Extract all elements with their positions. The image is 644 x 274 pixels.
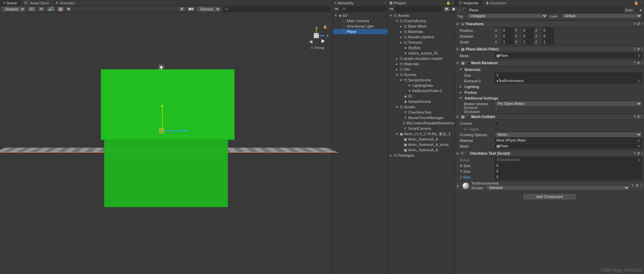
preset-icon[interactable]: ⇵ — [636, 184, 639, 188]
scene-visibility-icon[interactable]: ▾ — [66, 6, 72, 12]
transform-header[interactable]: ▾ ⇲ Transform ? ⇵ ⁝ — [455, 21, 644, 27]
help-icon[interactable]: ? — [634, 47, 636, 51]
materials-size-field[interactable] — [495, 73, 642, 78]
project-item[interactable]: ▸🗀graph-visualizer-master — [388, 56, 455, 61]
materials-element0-field[interactable]: ● TestEnvironment⊙ — [495, 78, 642, 83]
lock-icon[interactable]: 🔒 — [323, 25, 327, 29]
tab-occlusion[interactable]: ◑Occlusion — [482, 0, 510, 6]
lighting-toggle-icon[interactable]: ☀ — [38, 6, 45, 12]
collider-enabled-checkbox[interactable] — [466, 115, 470, 119]
audio-toggle-icon[interactable]: 🔊 — [46, 6, 55, 12]
create-dropdown-icon[interactable]: +▾ — [389, 7, 393, 11]
xsize-field[interactable] — [495, 163, 642, 168]
hierarchy-scene-row[interactable]: ▾ ◈ 01* — [333, 13, 388, 18]
gizmo-origin-icon[interactable] — [159, 128, 164, 133]
project-item[interactable]: ◈01 — [388, 93, 455, 99]
chevron-down-icon[interactable]: ▾ — [456, 61, 460, 65]
context-menu-icon[interactable]: ⁝ — [641, 22, 643, 26]
perspective-label[interactable]: ≺ Persp — [311, 46, 324, 50]
scale-y-field[interactable] — [522, 39, 534, 44]
chevron-down-icon[interactable]: ▾ — [399, 78, 403, 82]
help-icon[interactable]: ? — [632, 184, 634, 188]
project-item[interactable]: ▾🗀Scenes — [388, 72, 455, 77]
transform-gizmo[interactable] — [158, 103, 185, 133]
create-dropdown-icon[interactable]: +▾ — [334, 7, 338, 11]
help-icon[interactable]: ? — [634, 22, 636, 26]
chevron-down-icon[interactable]: ▾ — [456, 22, 460, 26]
active-checkbox[interactable] — [462, 8, 466, 12]
panel-menu-icon[interactable]: ⁝ — [640, 0, 644, 6]
chevron-right-icon[interactable]: ▸ — [395, 67, 399, 72]
project-search-input[interactable] — [395, 7, 442, 11]
project-item[interactable]: #MouseTouchManager — [388, 115, 455, 120]
context-menu-icon[interactable]: ⁝ — [641, 151, 643, 156]
project-item[interactable]: ▸🗀Materials — [388, 61, 455, 67]
tab-animator[interactable]: ⊳Animator — [52, 0, 78, 6]
position-z-field[interactable] — [542, 28, 554, 33]
lock-icon[interactable]: 🔒 — [633, 0, 640, 6]
scale-x-field[interactable] — [502, 39, 514, 44]
chevron-down-icon[interactable]: ▾ — [395, 73, 399, 77]
chevron-right-icon[interactable]: ▸ — [399, 40, 403, 45]
scene-search-input[interactable] — [222, 7, 331, 11]
project-item[interactable]: ✦ReflectionProbe-0 — [388, 88, 455, 93]
project-item[interactable]: ▸🗀Textures — [388, 40, 455, 45]
gizmo-y-axis-icon[interactable] — [162, 106, 163, 130]
hierarchy-item[interactable]: ⬚Plane — [333, 29, 388, 34]
zsize-field[interactable] — [495, 174, 642, 180]
fx-toggle-icon[interactable]: ▨ — [57, 6, 64, 12]
preset-icon[interactable]: ⇵ — [637, 115, 640, 119]
position-y-field[interactable] — [522, 28, 534, 33]
project-item[interactable]: ▾🗀SampleScene — [388, 77, 455, 83]
mesh-filter-header[interactable]: ▾ ▦ Plane (Mesh Filter) ?⇵⁝ — [455, 46, 644, 52]
physic-material-field[interactable]: None (Physic Mater⊙ — [495, 138, 642, 143]
rotation-z-field[interactable] — [542, 34, 554, 39]
chevron-right-icon[interactable]: ▸ — [460, 84, 463, 89]
project-item[interactable]: ▸🗀Render pipeline — [388, 34, 455, 40]
chevron-right-icon[interactable]: ▸ — [399, 35, 403, 39]
project-assets-row[interactable]: ▾ 🗀 Assets — [388, 13, 455, 18]
chevron-down-icon[interactable]: ▾ — [460, 96, 463, 100]
chevron-right-icon[interactable]: ▸ — [399, 24, 403, 29]
mesh-collider-header[interactable]: ▾ ▦ Mesh Collider ?⇵⁝ — [455, 114, 644, 120]
shading-mode-dropdown[interactable]: Shaded — [1, 6, 26, 12]
chevron-down-icon[interactable]: ▾ — [456, 151, 460, 156]
project-item[interactable]: ▸🗀Base Mesh — [388, 24, 455, 29]
chevron-down-icon[interactable]: ▾ — [334, 13, 337, 18]
mesh-field[interactable]: ▦ Plane⊙ — [495, 53, 642, 58]
project-item[interactable]: ▸🗀Materials — [388, 29, 455, 34]
project-item[interactable]: ▦Airen_Swimsuit_A — [388, 147, 455, 153]
preset-icon[interactable]: ⇵ — [637, 151, 640, 156]
hierarchy-search-input[interactable] — [339, 7, 387, 11]
context-menu-icon[interactable]: ⁝ — [641, 47, 643, 51]
orientation-gizmo[interactable]: 🔒 y z — [306, 26, 326, 46]
panel-menu-icon[interactable]: ⁝ — [385, 1, 386, 5]
scale-z-field[interactable] — [542, 39, 554, 44]
project-item[interactable]: ▾▣Airen_v1.0_2.79.fbx_集合_3 — [388, 131, 455, 136]
tab-asset-store[interactable]: 🛒Asset Store — [21, 0, 52, 6]
chevron-right-icon[interactable]: ▸ — [395, 62, 399, 66]
script-enabled-checkbox[interactable] — [465, 151, 469, 155]
motion-vectors-dropdown[interactable]: Per Object Motion — [495, 101, 642, 107]
mesh-renderer-header[interactable]: ▾ ▦ Mesh Renderer ?⇵⁝ — [455, 60, 644, 66]
camera-icon[interactable]: ■▾ — [187, 6, 195, 12]
add-component-button[interactable]: Add Component — [523, 193, 576, 200]
project-item[interactable]: ☀LightingData — [388, 83, 455, 88]
panel-menu-icon[interactable]: ⁝ — [452, 1, 453, 5]
context-menu-icon[interactable]: ⁝ — [641, 61, 643, 65]
preset-icon[interactable]: ⇵ — [637, 47, 640, 51]
chevron-right-icon[interactable]: ▸ — [389, 153, 393, 158]
hierarchy-item[interactable]: ⬚Main Camera — [333, 18, 388, 24]
help-icon[interactable]: ? — [634, 115, 636, 119]
position-x-field[interactable] — [502, 28, 514, 33]
project-item[interactable]: ▣Airen_Swimsuit_A_arma — [388, 142, 455, 147]
tag-dropdown[interactable]: Untagged — [467, 13, 548, 18]
chevron-down-icon[interactable]: ▾ — [460, 67, 463, 72]
tab-inspector[interactable]: ⓘInspector — [455, 0, 482, 6]
rotation-y-field[interactable] — [522, 34, 534, 39]
chevron-right-icon[interactable]: ▸ — [460, 90, 463, 94]
toggle-2d[interactable]: 2D — [27, 6, 36, 12]
chevron-down-icon[interactable]: ▾ — [395, 132, 399, 136]
object-name-field[interactable] — [467, 7, 623, 13]
preset-icon[interactable]: ⇵ — [637, 61, 640, 65]
